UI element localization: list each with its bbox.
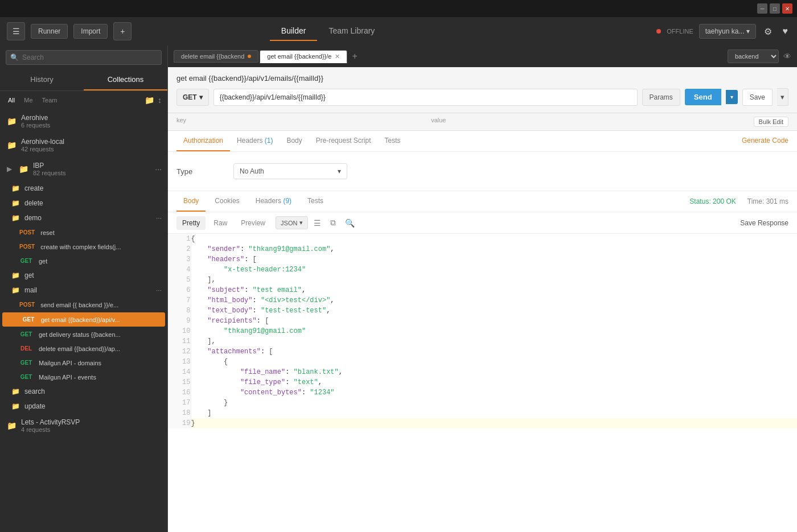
headers-tab-label: Headers (237, 137, 265, 145)
close-tab-icon[interactable]: ✕ (335, 53, 340, 60)
sidebar-tab-history[interactable]: History (0, 69, 84, 90)
bulk-edit-button[interactable]: Bulk Edit (754, 117, 788, 127)
sort-button[interactable]: ↕ (158, 96, 162, 105)
filter-all-button[interactable]: All (6, 96, 17, 105)
sidebar-toggle-button[interactable]: ☰ (7, 22, 25, 40)
import-button[interactable]: Import (73, 24, 108, 39)
sidebar: 🔍 History Collections All Me Team 📁 ↕ 📁 … (0, 46, 168, 532)
req-tab-headers[interactable]: Headers (1) (230, 131, 280, 151)
req-tab-pre-request[interactable]: Pre-request Script (309, 131, 378, 151)
folder-name: mail (24, 286, 37, 294)
collection-more-icon[interactable]: ··· (155, 164, 162, 174)
request-item-delete-email[interactable]: DEL delete email {{backend}}/ap... (0, 341, 167, 356)
sub-folder-delete[interactable]: 📁 delete (0, 196, 167, 211)
top-right-controls: OFFLINE taehyun ka... ▾ ⚙ ♥ (656, 24, 790, 39)
request-tabs-bar: delete email {{backend get email {{backe… (168, 46, 797, 67)
new-tab-button[interactable]: + (113, 22, 132, 40)
env-selector: backend local production 👁 (728, 50, 791, 63)
search-response-icon[interactable]: 🔍 (342, 216, 358, 230)
line-content: "thkang91@gmail.com" (191, 326, 797, 336)
url-input[interactable] (213, 89, 638, 106)
sidebar-tab-collections[interactable]: Collections (84, 69, 167, 90)
user-menu-button[interactable]: taehyun ka... ▾ (699, 24, 757, 39)
line-content: "subject": "test email", (191, 285, 797, 295)
method-badge-post: POST (17, 229, 37, 236)
req-tab-authorization[interactable]: Authorization (176, 131, 230, 151)
request-item-mailgun-events[interactable]: GET Mailgun API - events (0, 370, 167, 384)
send-dropdown-button[interactable]: ▾ (726, 90, 738, 104)
folder-icon: 📁 (7, 141, 17, 150)
request-item-get-email[interactable]: GET get email {{backend}}/api/v... (2, 312, 165, 327)
folder-more-icon[interactable]: ··· (156, 214, 162, 222)
line-number: 7 (168, 295, 191, 306)
collection-count: 4 requests (21, 426, 162, 433)
collection-item-aerohive[interactable]: 📁 Aerohive 6 requests (0, 109, 167, 133)
offline-label: OFFLINE (667, 28, 693, 35)
key-label: key (176, 117, 186, 127)
req-tab-tests[interactable]: Tests (377, 131, 407, 151)
resp-tab-cookies[interactable]: Cookies (208, 191, 246, 212)
json-format-select[interactable]: JSON ▾ (276, 216, 308, 229)
format-tab-raw[interactable]: Raw (208, 216, 233, 230)
collection-item-lets[interactable]: 📁 Lets - ActivityRSVP 4 requests (0, 414, 167, 438)
resp-tab-tests[interactable]: Tests (301, 191, 330, 212)
collection-item-aerohive-local[interactable]: 📁 Aerohive-local 42 requests (0, 133, 167, 157)
eye-icon[interactable]: 👁 (783, 52, 791, 61)
sub-folder-update[interactable]: 📁 update (0, 399, 167, 414)
request-item-send-email[interactable]: POST send email {{ backend }}/e... (0, 298, 167, 312)
save-dropdown-button[interactable]: ▾ (777, 88, 788, 106)
status-label: Status: 200 OK (689, 197, 736, 205)
filter-me-button[interactable]: Me (22, 96, 35, 105)
close-button[interactable]: ✕ (782, 3, 792, 14)
request-item-get-delivery[interactable]: GET get delivery status {{backen... (0, 327, 167, 341)
search-input[interactable] (6, 50, 162, 65)
request-name: delete email {{backend}}/ap... (39, 345, 162, 352)
line-content: "sender": "thkang91@gmail.com", (191, 244, 797, 254)
folder-icon: 📁 (11, 199, 20, 207)
minimize-button[interactable]: ─ (757, 3, 767, 14)
request-item-reset[interactable]: POST reset (0, 225, 167, 240)
add-tab-button[interactable]: + (348, 51, 360, 61)
method-select[interactable]: GET ▾ (176, 89, 209, 106)
auth-dropdown-icon: ▾ (338, 167, 341, 175)
environment-select[interactable]: backend local production (728, 50, 779, 63)
send-button[interactable]: Send (685, 89, 721, 105)
new-collection-button[interactable]: 📁 (145, 96, 154, 105)
runner-button[interactable]: Runner (31, 24, 68, 39)
request-tab-delete-email[interactable]: delete email {{backend (174, 50, 258, 63)
resp-tab-headers[interactable]: Headers (9) (249, 191, 298, 212)
collection-count: 82 requests (33, 170, 150, 176)
request-tab-get-email[interactable]: get email {{backend}}/e ✕ (260, 50, 347, 63)
format-tab-pretty[interactable]: Pretty (176, 216, 206, 230)
generate-code-button[interactable]: Generate Code (742, 131, 788, 151)
top-bar: ☰ Runner Import + Builder Team Library O… (0, 17, 797, 46)
filter-team-button[interactable]: Team (40, 96, 60, 105)
save-button[interactable]: Save (742, 89, 773, 106)
filter-icon[interactable]: ☰ (310, 216, 324, 230)
params-button[interactable]: Params (642, 89, 680, 106)
sub-folder-mail[interactable]: 📁 mail ··· (0, 283, 167, 298)
line-number: 19 (168, 418, 191, 428)
resp-tab-body[interactable]: Body (176, 191, 206, 212)
auth-type-select[interactable]: No Auth ▾ (233, 163, 347, 179)
sub-folder-demo[interactable]: 📁 demo ··· (0, 211, 167, 225)
request-item-get[interactable]: GET get (0, 254, 167, 268)
folder-more-icon[interactable]: ··· (156, 286, 162, 294)
format-tab-preview[interactable]: Preview (235, 216, 271, 230)
req-tab-body[interactable]: Body (280, 131, 309, 151)
maximize-button[interactable]: □ (770, 3, 780, 14)
method-badge-get: GET (19, 316, 38, 323)
settings-icon[interactable]: ⚙ (762, 24, 774, 39)
copy-icon[interactable]: ⧉ (327, 216, 339, 230)
response-tabs-bar: Body Cookies Headers (9) Tests Status: 2… (168, 191, 797, 212)
collection-item-ibp[interactable]: ▶ 📁 IBP 82 requests ··· (0, 157, 167, 181)
tab-builder[interactable]: Builder (270, 22, 318, 41)
sub-folder-search[interactable]: 📁 search (0, 384, 167, 399)
sub-folder-create[interactable]: 📁 create (0, 181, 167, 196)
tab-team-library[interactable]: Team Library (317, 22, 386, 41)
sub-folder-get[interactable]: 📁 get (0, 268, 167, 283)
request-item-create-complex[interactable]: POST create with complex fields(j... (0, 240, 167, 254)
save-response-button[interactable]: Save Response (740, 219, 788, 227)
heart-icon[interactable]: ♥ (780, 24, 790, 39)
request-item-mailgun-domains[interactable]: GET Mailgun API - domains (0, 356, 167, 370)
